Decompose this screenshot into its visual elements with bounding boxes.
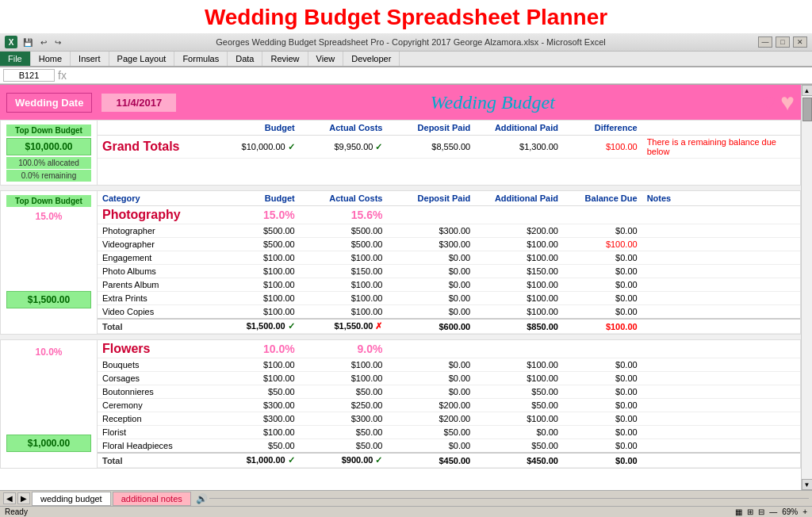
photography-section: Top Down Budget 15.0% $1,500.00 Category… [0, 190, 801, 335]
tab-nav-next[interactable]: ▶ [17, 492, 30, 504]
ph-th-category: Category [98, 191, 212, 206]
grand-total-actual: $9,950.00 ✓ [300, 136, 388, 159]
top-down-budget-label-gt: Top Down Budget [6, 124, 91, 136]
tab-developer[interactable]: Developer [343, 52, 400, 66]
vertical-scrollbar[interactable]: ▲ ▼ [801, 85, 812, 490]
redo-quick-btn[interactable]: ↪ [52, 37, 63, 48]
view-pagebreak-icon[interactable]: ⊞ [747, 507, 753, 516]
grand-totals-section: Top Down Budget $10,000.00 100.0% alloca… [0, 120, 801, 186]
th-notes-blank [642, 121, 800, 136]
view-page-icon[interactable]: ⊟ [758, 507, 764, 516]
sheet-tab-wedding-budget[interactable]: wedding budget [32, 492, 111, 506]
th-difference: Difference [563, 121, 642, 136]
photography-budget-pct: 15.0% [212, 206, 300, 224]
cell-reference[interactable]: B121 [3, 69, 55, 82]
ribbon: File Home Insert Page Layout Formulas Da… [0, 52, 812, 67]
flowers-sidebar: 10.0% $1,000.00 [1, 340, 98, 468]
grand-totals-sidebar: Top Down Budget $10,000.00 100.0% alloca… [1, 121, 98, 185]
grand-total-difference: $100.00 [563, 136, 642, 159]
sheet-tab-additional-notes[interactable]: additional notes [113, 492, 191, 506]
heart-icon-1: ♥ [761, 89, 776, 116]
window-controls: — □ ✕ [758, 36, 807, 48]
photography-sidebar: Top Down Budget 15.0% $1,500.00 [1, 191, 98, 334]
ph-th-budget: Budget [212, 191, 300, 206]
minimize-button[interactable]: — [758, 36, 772, 48]
ph-th-actual: Actual Costs [300, 191, 388, 206]
flowers-budget-pct: 10.0% [212, 340, 300, 358]
table-row: Corsages $100.00 $100.00 $0.00 $100.00 $… [98, 372, 800, 385]
status-right: ▦ ⊞ ⊟ — 69% + [735, 507, 807, 516]
status-ready: Ready [5, 507, 28, 516]
maximize-button[interactable]: □ [776, 36, 790, 48]
photography-category-row: Photography 15.0% 15.6% [98, 206, 800, 224]
photo-top-down-label: Top Down Budget [6, 195, 91, 207]
table-row: Bouquets $100.00 $100.00 $0.00 $100.00 $… [98, 358, 800, 372]
title-bar-filename: Georges Wedding Budget Spreadsheet Pro -… [216, 37, 605, 47]
excel-icon: X [5, 36, 17, 48]
table-row: Engagement $100.00 $100.00 $0.00 $100.00… [98, 251, 800, 265]
wedding-date-value: 11/4/2017 [102, 94, 176, 112]
title-bar-left: X 💾 ↩ ↪ [5, 36, 63, 48]
tab-home[interactable]: Home [31, 52, 71, 66]
wedding-header: Wedding Date 11/4/2017 Wedding Budget ♥ … [0, 85, 801, 120]
table-row: Video Copies $100.00 $100.00 $0.00 $100.… [98, 305, 800, 320]
remaining-note: There is a remaining balance due below [642, 136, 800, 159]
photography-actual-pct: 15.6% [300, 206, 388, 224]
flowers-pct: 10.0% [6, 344, 91, 360]
tab-file[interactable]: File [0, 52, 31, 66]
heart-icon-2: ♥ [780, 89, 795, 116]
formula-bar: B121 fx [0, 67, 812, 84]
ph-th-additional: Additional Paid [475, 191, 563, 206]
tab-view[interactable]: View [308, 52, 344, 66]
grand-total-additional: $1,300.00 [475, 136, 563, 159]
th-category [98, 121, 212, 136]
th-budget: Budget [212, 121, 300, 136]
th-additional-paid: Additional Paid [475, 121, 563, 136]
flowers-category-row: Flowers 10.0% 9.0% [98, 340, 800, 358]
table-row: Extra Prints $100.00 $100.00 $0.00 $100.… [98, 292, 800, 305]
th-deposit-paid: Deposit Paid [387, 121, 475, 136]
scroll-thumb[interactable] [802, 98, 812, 121]
grand-totals-table: Budget Actual Costs Deposit Paid Additio… [98, 121, 800, 159]
grand-total-budget-box: $10,000.00 [6, 138, 91, 155]
scroll-up-button[interactable]: ▲ [802, 85, 813, 96]
photography-table: Category Budget Actual Costs Deposit Pai… [98, 191, 800, 334]
app-title: Wedding Budget Spreadsheet Planner [205, 5, 607, 29]
table-row: Photo Albums $100.00 $150.00 $0.00 $150.… [98, 265, 800, 278]
undo-quick-btn[interactable]: ↩ [38, 37, 49, 48]
zoom-out-button[interactable]: — [769, 507, 777, 516]
zoom-level: 69% [782, 507, 798, 516]
status-bar: Ready ▦ ⊞ ⊟ — 69% + [0, 506, 812, 517]
title-bar: X 💾 ↩ ↪ Georges Wedding Budget Spreadshe… [0, 33, 812, 52]
table-row: Videographer $500.00 $500.00 $300.00 $10… [98, 238, 800, 251]
grand-total-budget: $10,000.00 ✓ [212, 136, 300, 159]
save-quick-btn[interactable]: 💾 [21, 37, 35, 48]
wedding-date-label: Wedding Date [6, 93, 92, 113]
zoom-in-button[interactable]: + [802, 507, 807, 516]
tab-nav-prev[interactable]: ◀ [3, 492, 16, 504]
add-sheet-button[interactable]: 🔊 [196, 493, 208, 504]
tab-insert[interactable]: Insert [71, 52, 109, 66]
photography-total-row: Total $1,500.00 ✓ $1,550.00 ✗ $600.00 $8… [98, 319, 800, 334]
tab-pagelayout[interactable]: Page Layout [109, 52, 175, 66]
close-button[interactable]: ✕ [793, 36, 807, 48]
formula-input[interactable] [70, 70, 809, 81]
wedding-title: Wedding Budget [233, 92, 752, 113]
flowers-section: 10.0% $1,000.00 Flowers 10.0% 9.0% [0, 339, 801, 469]
window-chrome: X 💾 ↩ ↪ Georges Wedding Budget Spreadshe… [0, 33, 812, 85]
grand-total-deposit: $8,550.00 [387, 136, 475, 159]
flowers-total-row: Total $1,000.00 ✓ $900.00 ✓ $450.00 $450… [98, 453, 800, 468]
spreadsheet-area: Wedding Date 11/4/2017 Wedding Budget ♥ … [0, 85, 812, 490]
table-row: Florist $100.00 $50.00 $50.00 $0.00 $0.0… [98, 426, 800, 439]
photography-name: Photography [98, 206, 212, 224]
photo-pct: 15.0% [6, 209, 91, 224]
view-normal-icon[interactable]: ▦ [735, 507, 742, 516]
ph-th-balance: Balance Due [563, 191, 642, 206]
tab-data[interactable]: Data [228, 52, 262, 66]
photo-budget-box: $1,500.00 [6, 291, 91, 308]
scroll-down-button[interactable]: ▼ [802, 479, 813, 490]
tab-review[interactable]: Review [262, 52, 308, 66]
tab-formulas[interactable]: Formulas [174, 52, 228, 66]
table-row: Parents Album $100.00 $100.00 $0.00 $100… [98, 278, 800, 292]
grand-totals-row: Grand Totals $10,000.00 ✓ $9,950.00 ✓ $8… [98, 136, 800, 159]
